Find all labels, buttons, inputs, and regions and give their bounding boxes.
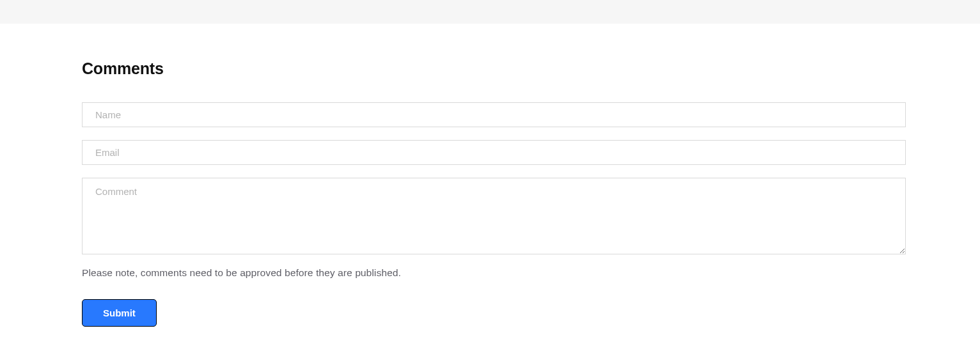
email-input[interactable] <box>82 140 906 165</box>
top-bar <box>0 0 980 24</box>
approval-note: Please note, comments need to be approve… <box>82 267 898 279</box>
comments-section: Comments Please note, comments need to b… <box>0 24 980 342</box>
comment-textarea[interactable] <box>82 178 906 254</box>
name-input[interactable] <box>82 102 906 127</box>
submit-button[interactable]: Submit <box>82 299 157 327</box>
comments-heading: Comments <box>82 59 898 78</box>
